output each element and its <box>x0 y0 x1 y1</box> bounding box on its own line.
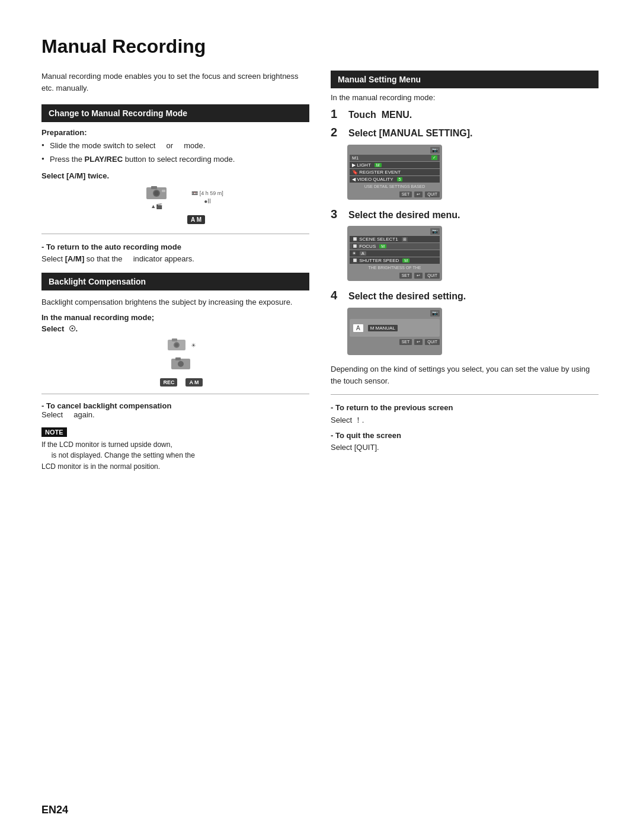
right-column: Manual Setting Menu In the manual record… <box>331 71 599 453</box>
step-4: 4 Select the desired setting. <box>331 289 599 303</box>
svg-rect-10 <box>175 357 181 360</box>
backlight-header: Backlight Compensation <box>41 273 309 290</box>
two-column-layout: Manual recording mode enables you to set… <box>41 71 599 472</box>
am-badge2: A M <box>185 378 202 387</box>
left-column: Manual recording mode enables you to set… <box>41 71 309 472</box>
step-1: 1 Touch MENU. <box>331 108 599 122</box>
svg-point-8 <box>175 343 178 347</box>
screen3-btns: SET ↩ QUIT <box>350 339 440 345</box>
screen1-top: 📷 <box>350 147 440 154</box>
intro-text: Manual recording mode enables you to set… <box>41 71 309 94</box>
preparation-label: Preparation: <box>41 128 309 137</box>
return-auto-note: - To return to the auto recording mode S… <box>41 241 309 264</box>
after-step4-text: Depending on the kind of settings you se… <box>331 363 599 387</box>
svg-rect-6 <box>172 338 177 341</box>
cam-icon-row: ☀ <box>167 338 196 353</box>
screen2-row3: ☀ A <box>350 250 440 257</box>
cancel-note: - To cancel backlight compensation Selec… <box>41 401 309 419</box>
bullet-2: Press the PLAY/REC button to select reco… <box>41 154 309 165</box>
screen-sim-2: 📷 🔲 SCENE SELECT1 ⊞ 🔲 FOCUS M ☀ A 🔲 SHUT… <box>347 226 442 281</box>
page-footer: EN24 <box>41 804 68 816</box>
step-2-label: Select [MANUAL SETTING]. <box>348 127 473 140</box>
rec-am-row: REC A M <box>160 378 202 387</box>
screen1-btns: SET ↩ QUIT <box>350 191 440 197</box>
screen1-bottom: USE DETAIL SETTINGS BASED <box>350 183 440 190</box>
return-prev-body: Select ！. <box>331 416 364 424</box>
svg-point-3 <box>154 191 159 196</box>
backlight-body: Backlight compensation brightens the sub… <box>41 296 309 308</box>
am-badge: A M <box>187 215 205 224</box>
select-label: Select ☉. <box>41 324 309 333</box>
backlight-diagram: ☀ REC A M <box>53 338 309 387</box>
camera-icon <box>145 185 168 202</box>
step-3-num: 3 <box>331 208 344 220</box>
cam-icon-2 <box>170 356 193 373</box>
svg-rect-1 <box>151 186 157 189</box>
preparation-bullets: Slide the mode switch to select or mode.… <box>41 140 309 165</box>
screen2-btns: SET ↩ QUIT <box>350 273 440 279</box>
step-1-label: Touch MENU. <box>348 109 412 122</box>
page: Manual Recording Manual recording mode e… <box>0 0 640 840</box>
note-section: NOTE If the LCD monitor is turned upside… <box>41 427 309 472</box>
divider-2 <box>41 394 309 394</box>
camera-label: ▲🎬 <box>151 203 162 209</box>
screen3-top: 📷 <box>350 310 440 317</box>
right-divider <box>331 394 599 395</box>
screen2-bottom: THE BRIGHTNESS OF THE <box>350 264 440 271</box>
step-3-label: Select the desired menu. <box>348 209 460 222</box>
select-am-label: Select [A/M] twice. <box>41 171 309 180</box>
step-4-label: Select the desired setting. <box>348 290 466 303</box>
step-3: 3 Select the desired menu. <box>331 208 599 222</box>
device-top-row: ▲🎬 📼 [4 h 59 m] ●II <box>145 185 223 209</box>
screen1-row4: ◀ VIDEO QUALITY 5 <box>350 176 440 183</box>
svg-rect-4 <box>162 190 165 192</box>
screen2-top: 📷 <box>350 228 440 235</box>
note-text: If the LCD monitor is turned upside down… <box>41 439 309 472</box>
step-2: 2 Select [MANUAL SETTING]. <box>331 126 599 140</box>
svg-point-11 <box>178 361 184 367</box>
page-title: Manual Recording <box>41 36 599 58</box>
screen1-row2: ▶ LIGHT M <box>350 162 440 168</box>
screen-sim-1: 📷 M1 ✓ ▶ LIGHT M 🔖 REGISTER EVENT ◀ VIDE… <box>347 145 442 200</box>
icon-row <box>170 356 193 373</box>
note-label: NOTE <box>41 427 67 437</box>
step-4-num: 4 <box>331 289 344 301</box>
sun-icon: ☀ <box>191 342 196 349</box>
section-backlight: Backlight Compensation Backlight compens… <box>41 273 309 472</box>
quit-body: Select [QUIT]. <box>331 443 379 452</box>
manual-setting-header: Manual Setting Menu <box>331 71 599 88</box>
screen2-row2: 🔲 FOCUS M <box>350 243 440 250</box>
bullet-1: Slide the mode switch to select or mode. <box>41 140 309 152</box>
step-1-num: 1 <box>331 108 344 120</box>
screen-sim-3: 📷 A M MANUAL SET ↩ QUIT <box>347 308 442 355</box>
quit-note: - To quit the screen Select [QUIT]. <box>331 430 599 453</box>
screen3-select-area: A M MANUAL <box>350 319 440 337</box>
in-manual-mode: In the manual recording mode: <box>331 93 599 102</box>
screen2-row4: 🔲 SHUTTER SPEED M <box>350 257 440 264</box>
in-manual-label: In the manual recording mode; <box>41 313 309 322</box>
screen2-row1: 🔲 SCENE SELECT1 ⊞ <box>350 236 440 242</box>
screen1-row3: 🔖 REGISTER EVENT <box>350 169 440 175</box>
device-diagram: ▲🎬 📼 [4 h 59 m] ●II A M <box>59 185 309 226</box>
quit-dash: To quit the screen <box>335 431 401 440</box>
change-recording-header: Change to Manual Recording Mode <box>41 104 309 122</box>
tape-info: 📼 [4 h 59 m] ●II <box>191 190 223 205</box>
divider-1 <box>41 234 309 234</box>
rec-badge: REC <box>160 378 177 387</box>
screen1-row1: M1 ✓ <box>350 155 440 161</box>
section-change-recording: Change to Manual Recording Mode Preparat… <box>41 104 309 264</box>
return-prev-note: - To return to the previous screen Selec… <box>331 402 599 426</box>
step-2-num: 2 <box>331 126 344 138</box>
cam-icon-small <box>167 338 187 353</box>
